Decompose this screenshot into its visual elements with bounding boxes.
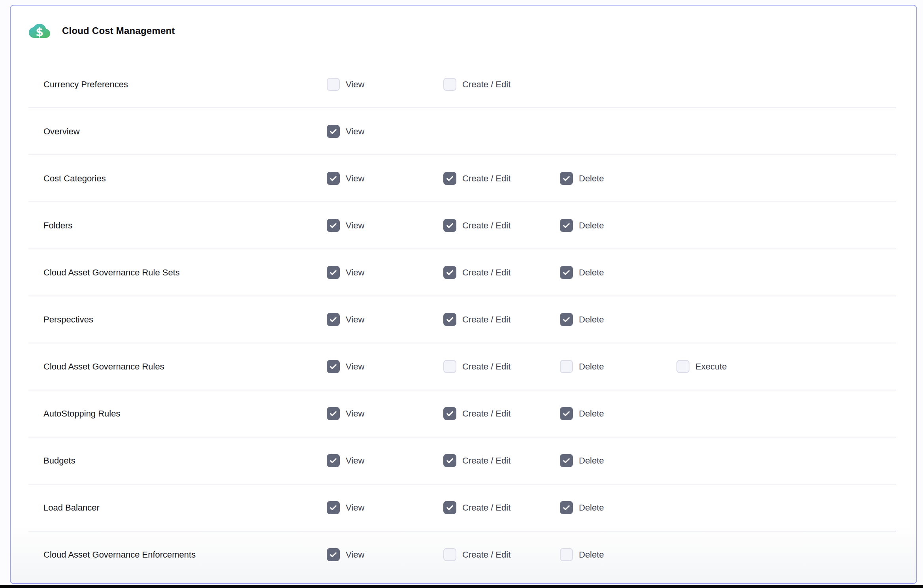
permission-label[interactable]: Delete (579, 456, 604, 466)
permission-checkbox[interactable] (443, 313, 456, 326)
permission-label[interactable]: Execute (695, 362, 727, 372)
table-row: Overview View (28, 108, 896, 155)
permission-label[interactable]: Create / Edit (462, 315, 510, 325)
permission-checkbox[interactable] (327, 313, 340, 326)
permission-cell[interactable]: Create / Edit (443, 454, 560, 467)
permission-checkbox[interactable] (327, 125, 340, 138)
permission-label[interactable]: Delete (579, 220, 604, 231)
permission-checkbox[interactable] (560, 407, 573, 420)
permission-cell[interactable]: View (327, 313, 443, 326)
check-icon (445, 221, 454, 230)
permission-cell[interactable]: View (327, 78, 443, 91)
check-icon (329, 174, 338, 183)
permission-label[interactable]: View (346, 456, 364, 466)
permission-cell[interactable]: Create / Edit (443, 501, 560, 514)
permission-label[interactable]: View (346, 79, 364, 90)
permission-label[interactable]: Create / Edit (462, 456, 510, 466)
permission-checkbox[interactable] (327, 501, 340, 514)
permission-cell[interactable]: View (327, 266, 443, 279)
permission-cell[interactable]: View (327, 454, 443, 467)
permission-cell[interactable]: Create / Edit (443, 266, 560, 279)
permission-cell[interactable]: View (327, 501, 443, 514)
permission-cell[interactable]: Delete (560, 454, 676, 467)
permission-cell[interactable]: Delete (560, 172, 676, 185)
permission-cell[interactable]: View (327, 548, 443, 561)
permission-cell[interactable]: Create / Edit (443, 78, 560, 91)
permission-label[interactable]: Delete (579, 409, 604, 419)
check-icon (329, 127, 338, 136)
permission-cell[interactable]: View (327, 125, 443, 138)
permission-cell[interactable]: View (327, 172, 443, 185)
permission-checkbox[interactable] (443, 360, 456, 373)
permission-checkbox[interactable] (676, 360, 689, 373)
check-icon (329, 221, 338, 230)
permission-checkbox[interactable] (327, 454, 340, 467)
permission-label[interactable]: View (346, 173, 364, 184)
permission-cell[interactable]: Create / Edit (443, 172, 560, 185)
permission-checkbox[interactable] (443, 407, 456, 420)
permission-checkbox[interactable] (443, 172, 456, 185)
permission-label[interactable]: View (346, 362, 364, 372)
permission-checkbox[interactable] (560, 266, 573, 279)
permission-cell[interactable]: Delete (560, 313, 676, 326)
permission-cell[interactable]: Delete (560, 219, 676, 232)
permission-label[interactable]: Create / Edit (462, 409, 510, 419)
permission-checkbox[interactable] (443, 501, 456, 514)
permission-checkbox[interactable] (443, 78, 456, 91)
permission-label[interactable]: View (346, 315, 364, 325)
permission-checkbox[interactable] (443, 454, 456, 467)
permission-cell[interactable]: Delete (560, 548, 676, 561)
permission-label[interactable]: View (346, 268, 364, 278)
permission-label[interactable]: View (346, 409, 364, 419)
permission-checkbox[interactable] (560, 548, 573, 561)
permission-cell[interactable]: Create / Edit (443, 219, 560, 232)
permission-label[interactable]: Create / Edit (462, 268, 510, 278)
permission-cell[interactable]: Delete (560, 360, 676, 373)
permission-label[interactable]: View (346, 220, 364, 231)
permission-checkbox[interactable] (443, 266, 456, 279)
permission-label[interactable]: Delete (579, 315, 604, 325)
permission-cell[interactable]: View (327, 360, 443, 373)
permission-checkbox[interactable] (443, 548, 456, 561)
permission-cell[interactable]: Create / Edit (443, 548, 560, 561)
permission-label[interactable]: Create / Edit (462, 550, 510, 560)
cloud-dollar-icon: $ (29, 22, 50, 40)
permission-checkbox[interactable] (327, 407, 340, 420)
permission-checkbox[interactable] (560, 313, 573, 326)
permission-checkbox[interactable] (560, 501, 573, 514)
permission-checkbox[interactable] (327, 172, 340, 185)
permission-checkbox[interactable] (327, 78, 340, 91)
permission-label[interactable]: Delete (579, 503, 604, 513)
resource-label: Overview (28, 126, 327, 137)
permission-cell[interactable]: Delete (560, 501, 676, 514)
permission-checkbox[interactable] (327, 360, 340, 373)
permission-label[interactable]: Create / Edit (462, 362, 510, 372)
permission-label[interactable]: Create / Edit (462, 79, 510, 90)
permission-checkbox[interactable] (560, 172, 573, 185)
permission-checkbox[interactable] (560, 219, 573, 232)
permission-cell[interactable]: View (327, 407, 443, 420)
permission-checkbox[interactable] (327, 266, 340, 279)
permission-label[interactable]: View (346, 126, 364, 137)
permission-label[interactable]: Delete (579, 268, 604, 278)
permission-cell[interactable]: Create / Edit (443, 360, 560, 373)
permission-label[interactable]: View (346, 550, 364, 560)
permission-cell[interactable]: Delete (560, 407, 676, 420)
permission-label[interactable]: Create / Edit (462, 220, 510, 231)
permission-label[interactable]: Create / Edit (462, 503, 510, 513)
permission-cell[interactable]: View (327, 219, 443, 232)
permission-label[interactable]: Delete (579, 362, 604, 372)
permission-checkbox[interactable] (327, 548, 340, 561)
permission-checkbox[interactable] (443, 219, 456, 232)
permission-checkbox[interactable] (560, 360, 573, 373)
permission-cell[interactable]: Create / Edit (443, 407, 560, 420)
permission-label[interactable]: Delete (579, 550, 604, 560)
permission-checkbox[interactable] (327, 219, 340, 232)
permission-cell[interactable]: Execute (676, 360, 793, 373)
permission-label[interactable]: Delete (579, 173, 604, 184)
permission-label[interactable]: Create / Edit (462, 173, 510, 184)
permission-cell[interactable]: Delete (560, 266, 676, 279)
permission-cell[interactable]: Create / Edit (443, 313, 560, 326)
permission-checkbox[interactable] (560, 454, 573, 467)
permission-label[interactable]: View (346, 503, 364, 513)
